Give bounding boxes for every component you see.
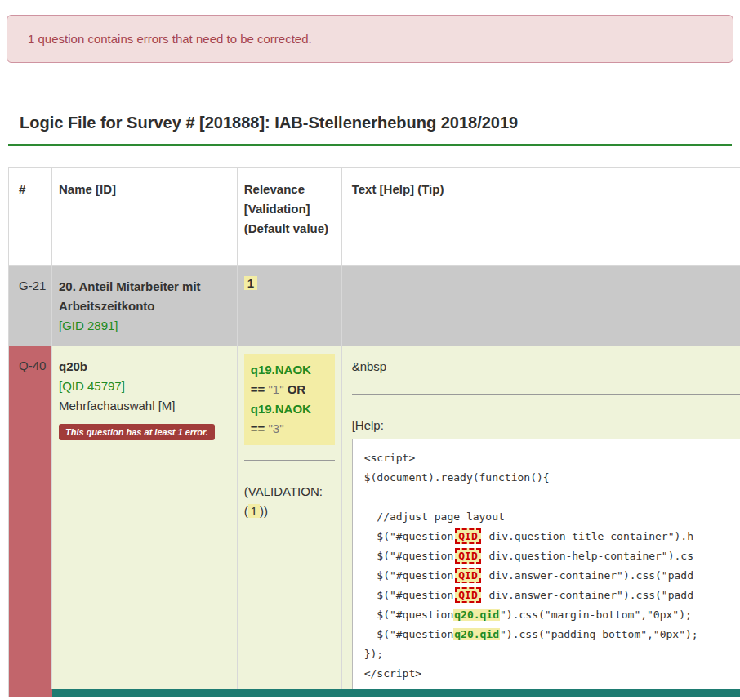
code-line: $("#questionQID div.answer-container").c…	[364, 566, 740, 586]
question-relevance-cell: q19.NAOK == "1" OR q19.NAOK == "3" (VALI…	[238, 346, 342, 689]
validation-close: ))	[260, 504, 268, 518]
validation-label: (VALIDATION:	[244, 482, 335, 502]
relevance-divider	[244, 460, 335, 461]
code-text: </script>	[364, 667, 421, 680]
group-row: G-21 20. Anteil Mitarbeiter mit Arbeitsz…	[9, 266, 740, 346]
header-text-help-tip: Text [Help] (Tip)	[342, 168, 740, 266]
help-code-box: <script>$(document).ready(function(){ //…	[352, 439, 740, 689]
question-text-value: &nbsp	[352, 357, 740, 376]
code-text: ").css("padding-bottom","0px");	[500, 628, 698, 640]
question-text-cell: &nbsp [Help: <script>$(document).ready(f…	[342, 346, 740, 689]
variable-token: q19.NAOK	[251, 363, 311, 377]
group-title: 20. Anteil Mitarbeiter mit Arbeitszeitko…	[59, 277, 230, 316]
question-row: Q-40 q20b [QID 45797] Mehrfachauswahl [M…	[9, 346, 740, 689]
code-text: $("#question	[364, 628, 454, 640]
question-error-badge: This question has at least 1 error.	[59, 424, 215, 440]
operator-token: ==	[251, 421, 265, 435]
qid-error-token: QID	[455, 587, 480, 603]
code-line: $("#questionQID div.question-help-contai…	[364, 546, 740, 566]
relevance-line: q19.NAOK	[251, 399, 328, 419]
header-num: #	[9, 168, 52, 266]
code-line: </script>	[364, 664, 740, 684]
code-line: <script>	[364, 448, 740, 468]
relevance-line: == "1" OR	[251, 380, 328, 399]
operator-token: ==	[251, 382, 265, 396]
qid-variable-token: q20.qid	[453, 609, 500, 621]
code-text: <script>	[364, 452, 416, 464]
code-text: $("#question	[364, 609, 454, 621]
group-relevance-value: 1	[244, 276, 257, 290]
question-row-id: Q-40	[9, 346, 52, 689]
code-text: div.question-title-container").h	[483, 530, 693, 542]
group-row-id: G-21	[9, 266, 52, 346]
code-text: div.answer-container").css("padd	[483, 569, 693, 582]
validation-value-line: (1))	[244, 502, 335, 521]
string-token: "3"	[268, 421, 283, 435]
logic-file-table: # Name [ID] Relevance [Validation] (Defa…	[8, 167, 740, 697]
code-line: $("#questionq20.qid").css("margin-bottom…	[364, 605, 740, 625]
help-label: [Help:	[352, 416, 740, 435]
code-text: div.answer-container").css("padd	[483, 589, 693, 601]
code-line: $(document).ready(function(){	[364, 468, 740, 488]
code-text: $("#question	[364, 569, 454, 582]
or-token: OR	[288, 382, 306, 396]
group-gid: [GID 2891]	[59, 316, 230, 336]
code-text: $("#question	[364, 550, 454, 562]
code-line: $("#questionQID div.answer-container").c…	[364, 586, 740, 605]
next-row-partial	[9, 689, 740, 697]
code-text: //adjust page layout	[364, 511, 505, 523]
group-name-cell: 20. Anteil Mitarbeiter mit Arbeitszeitko…	[52, 266, 238, 346]
variable-token: q19.NAOK	[251, 402, 311, 416]
relevance-line: q19.NAOK	[251, 360, 328, 380]
code-line: //adjust page layout	[364, 507, 740, 527]
question-code: q20b	[59, 357, 230, 377]
validation-equation: (VALIDATION: (1))	[244, 482, 335, 521]
header-relevance: Relevance [Validation] (Default value)	[238, 168, 342, 266]
title-underline	[8, 144, 732, 146]
string-token: "1"	[268, 382, 283, 396]
qid-variable-token: q20.qid	[453, 628, 500, 640]
code-text: div.question-help-container").cs	[483, 550, 693, 562]
page-title: Logic File for Survey # [201888]: IAB-St…	[20, 114, 720, 132]
question-type: Mehrfachauswahl [M]	[59, 396, 230, 416]
code-line: $("#questionQID div.question-title-conta…	[364, 527, 740, 546]
code-text: $("#question	[364, 530, 454, 542]
code-text: });	[364, 648, 383, 660]
error-alert: 1 question contains errors that need to …	[7, 15, 733, 63]
table-header-row: # Name [ID] Relevance [Validation] (Defa…	[9, 168, 740, 266]
code-line: $("#questionq20.qid").css("padding-botto…	[364, 625, 740, 644]
code-text: ").css("margin-bottom","0px");	[500, 609, 692, 621]
validation-value: 1	[248, 504, 260, 518]
code-line: });	[364, 644, 740, 664]
text-help-divider	[352, 394, 740, 395]
code-text: $(document).ready(function(){	[364, 471, 550, 484]
qid-error-token: QID	[455, 548, 480, 564]
question-name-cell: q20b [QID 45797] Mehrfachauswahl [M] Thi…	[52, 346, 238, 689]
qid-error-token: QID	[455, 568, 480, 583]
code-text: $("#question	[364, 589, 454, 601]
code-line	[364, 488, 740, 507]
alert-message: 1 question contains errors that need to …	[28, 32, 312, 46]
relevance-line: == "3"	[251, 419, 328, 439]
question-qid: [QID 45797]	[59, 377, 230, 396]
subquestion-row-strip	[52, 689, 740, 697]
qid-error-token: QID	[455, 528, 480, 544]
relevance-equation: q19.NAOK == "1" OR q19.NAOK == "3"	[244, 354, 335, 445]
group-relevance-cell: 1	[238, 266, 342, 346]
next-row-id-cell	[9, 689, 52, 697]
header-name-id: Name [ID]	[52, 168, 238, 266]
group-text-cell	[342, 266, 740, 346]
